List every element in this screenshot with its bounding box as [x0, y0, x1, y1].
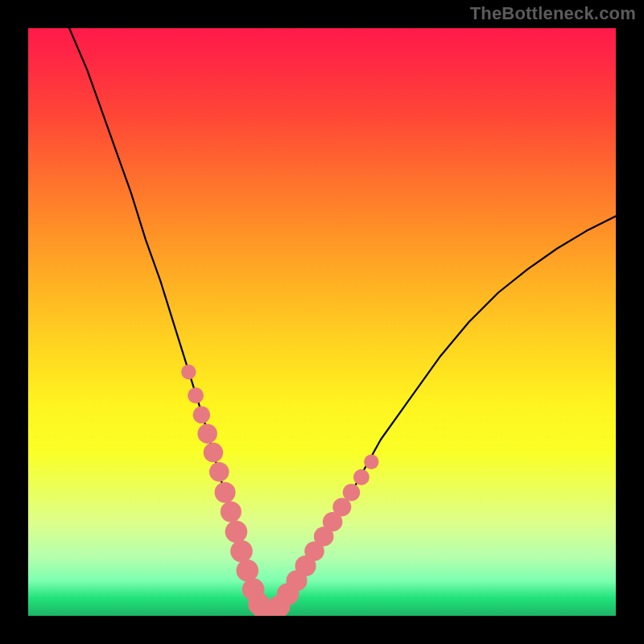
curve-marker-dot: [332, 497, 351, 516]
curve-marker-dot: [343, 484, 360, 501]
watermark-text: TheBottleneck.com: [470, 3, 636, 24]
curve-marker-dot: [215, 482, 236, 503]
curve-marker-dot: [193, 407, 210, 423]
plot-area: [28, 28, 616, 616]
curve-marker-dot: [209, 462, 229, 482]
chart-svg: [28, 28, 616, 616]
curve-marker-dot: [236, 559, 258, 582]
curve-markers: [181, 365, 378, 616]
curve-marker-dot: [353, 469, 369, 485]
curve-marker-dot: [197, 423, 217, 444]
curve-marker-dot: [221, 502, 242, 522]
curve-marker-dot: [181, 365, 196, 379]
curve-marker-dot: [230, 540, 253, 563]
curve-marker-dot: [225, 521, 248, 543]
curve-marker-dot: [204, 443, 224, 463]
curve-marker-dot: [364, 455, 378, 469]
bottleneck-curve: [69, 28, 616, 613]
curve-marker-dot: [188, 387, 204, 403]
chart-frame: TheBottleneck.com: [0, 0, 644, 644]
